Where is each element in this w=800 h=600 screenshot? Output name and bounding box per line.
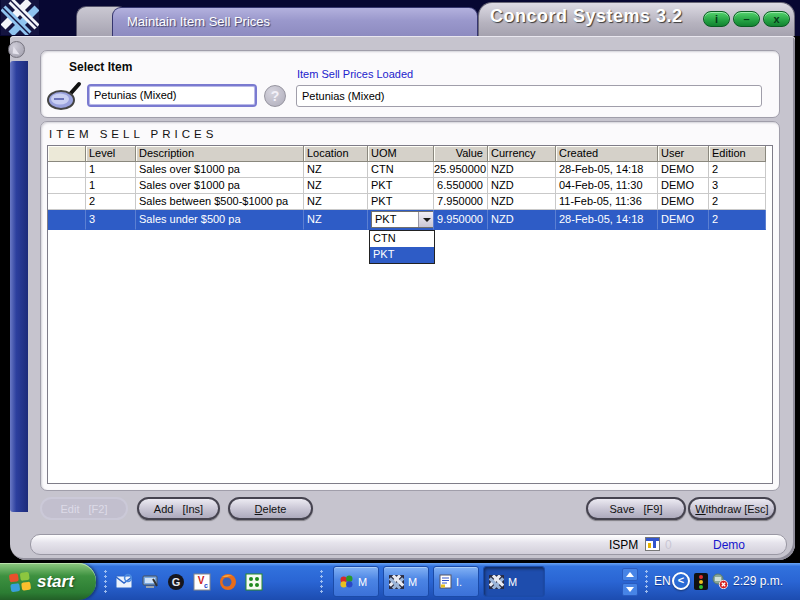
uom-dropdown-list: CTN PKT <box>369 230 435 264</box>
chevron-down-icon <box>423 218 431 222</box>
header-description: Description <box>136 146 304 162</box>
section-title: ITEM SELL PRICES <box>49 128 217 140</box>
clock: 2:29 p.m. <box>733 574 783 588</box>
firefox-icon[interactable] <box>219 573 237 591</box>
taskbar-separator <box>320 569 323 594</box>
taskbar-window-button-active[interactable]: M <box>483 566 545 597</box>
start-button[interactable]: start <box>0 563 96 600</box>
screen-icon[interactable] <box>645 537 660 551</box>
screen-code: ISPM <box>609 538 638 552</box>
title-strip: Maintain Item Sell Prices Concord System… <box>0 0 800 36</box>
delete-button[interactable]: Delete <box>228 497 313 520</box>
status-message: Item Sell Prices Loaded <box>297 68 413 80</box>
status-bar: ISPM 0 Demo <box>30 534 787 555</box>
taskbar-window-button[interactable]: I. <box>433 566 479 597</box>
table-row-selected[interactable]: 3 Sales under $500 pa NZ PKT 9.950000 NZ… <box>48 210 772 230</box>
taskbar: start G V c M <box>0 563 800 600</box>
magnifier-icon[interactable] <box>46 81 84 111</box>
taskbar-separator <box>104 569 107 594</box>
taskbar-scroll-down-button[interactable] <box>622 583 638 596</box>
taskbar-scroll-up-button[interactable] <box>622 568 638 581</box>
taskbar-window-button[interactable]: M <box>333 566 379 597</box>
disconnected-app-icon[interactable] <box>712 573 728 589</box>
table-row[interactable]: 1 Sales over $1000 pa NZ CTN 25.950000 N… <box>48 162 772 178</box>
concord-logo <box>1 0 39 35</box>
color-wheel-icon <box>339 574 354 589</box>
header-value: Value <box>434 146 488 162</box>
g-browser-icon[interactable]: G <box>167 573 185 591</box>
show-desktop-icon[interactable] <box>141 573 159 591</box>
window-tab-label: Maintain Item Sell Prices <box>127 14 270 29</box>
document-icon <box>439 574 452 589</box>
select-item-label: Select Item <box>69 60 132 74</box>
help-button[interactable]: ? <box>264 85 286 107</box>
table-row[interactable]: 2 Sales between $500-$1000 pa NZ PKT 7.9… <box>48 194 772 210</box>
main-window: Select Item Petunias (Mixed) ? Item Sell… <box>10 36 795 560</box>
taskbar-window-button[interactable]: M <box>383 566 429 597</box>
select-item-panel: Select Item Petunias (Mixed) ? Item Sell… <box>40 50 780 118</box>
corner-arrow-icon <box>13 47 21 55</box>
uom-combobox[interactable]: PKT <box>371 211 434 228</box>
edit-button[interactable]: Edit[F2] <box>40 497 128 520</box>
item-search-input[interactable]: Petunias (Mixed) <box>87 84 257 107</box>
add-button[interactable]: Add[Ins] <box>137 497 220 520</box>
tray-separator <box>645 569 648 594</box>
mode-label: Demo <box>713 538 745 552</box>
start-label: start <box>37 572 74 592</box>
header-level: Level <box>86 146 136 162</box>
header-location: Location <box>304 146 368 162</box>
svg-text:c: c <box>204 582 208 589</box>
left-accent-bar <box>10 61 28 512</box>
item-display-field: Petunias (Mixed) <box>296 85 762 107</box>
svg-text:G: G <box>172 576 181 588</box>
chevron-up-icon <box>626 572 634 577</box>
header-user: User <box>658 146 709 162</box>
info-button[interactable]: i <box>703 11 730 27</box>
traffic-light-icon[interactable] <box>694 573 708 590</box>
window-tab[interactable]: Maintain Item Sell Prices <box>112 7 478 36</box>
header-edition: Edition <box>709 146 766 162</box>
language-indicator[interactable]: EN <box>654 574 671 588</box>
uom-option-ctn[interactable]: CTN <box>370 231 434 247</box>
app-title: Concord Systems 3.2 <box>490 6 683 27</box>
header-currency: Currency <box>488 146 556 162</box>
uom-option-pkt[interactable]: PKT <box>370 247 434 263</box>
withdraw-button[interactable]: Withdraw [Esc] <box>688 497 776 520</box>
save-button[interactable]: Save[F9] <box>586 497 686 520</box>
close-button[interactable]: x <box>763 11 790 27</box>
concord-logo-icon <box>489 575 504 589</box>
grid-header-row: Level Description Location UOM Value Cur… <box>48 146 772 162</box>
status-counter: 0 <box>665 538 672 552</box>
header-created: Created <box>556 146 658 162</box>
window-corner-button[interactable] <box>8 41 25 58</box>
table-row[interactable]: 1 Sales over $1000 pa NZ PKT 6.550000 NZ… <box>48 178 772 194</box>
prices-panel: ITEM SELL PRICES Level Description Locat… <box>40 121 780 491</box>
minimize-button[interactable]: – <box>733 11 760 27</box>
header-uom: UOM <box>368 146 434 162</box>
chevron-down-icon <box>626 587 634 592</box>
hide-tray-icons-button[interactable]: < <box>672 572 690 590</box>
header-selector <box>48 146 86 162</box>
vnc-viewer-icon[interactable]: V c <box>193 573 211 591</box>
concord-logo-icon <box>389 575 404 589</box>
combo-dropdown-button[interactable] <box>418 212 434 227</box>
green-dots-icon[interactable] <box>245 573 263 591</box>
windows-flag-icon <box>8 571 32 593</box>
prices-grid: Level Description Location UOM Value Cur… <box>47 145 773 484</box>
outlook-envelope-icon[interactable] <box>115 573 133 591</box>
